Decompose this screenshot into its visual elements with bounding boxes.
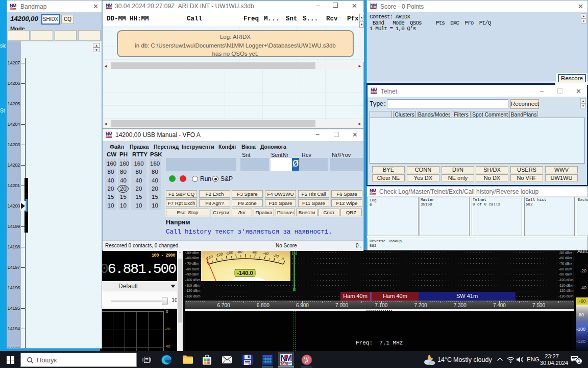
svg-text:-140.0: -140.0 <box>237 270 253 276</box>
svg-text:MM: MM <box>281 361 288 365</box>
svg-text:-60: -60 <box>252 251 258 255</box>
svg-text:-80: -80 <box>236 251 242 255</box>
svg-text:SІ: SІ <box>249 363 251 365</box>
